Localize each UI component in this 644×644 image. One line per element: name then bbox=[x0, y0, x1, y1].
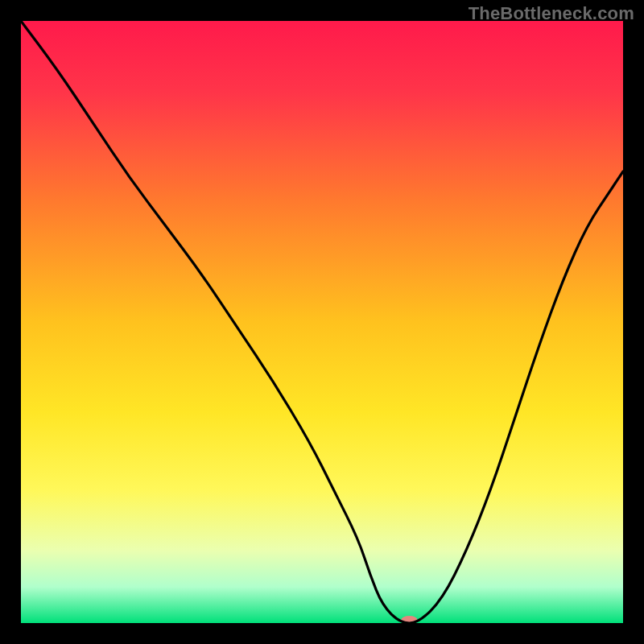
plot-area bbox=[21, 21, 623, 623]
watermark-text: TheBottleneck.com bbox=[469, 3, 634, 24]
chart-frame: TheBottleneck.com bbox=[0, 0, 644, 644]
chart-svg bbox=[21, 21, 623, 623]
gradient-background bbox=[21, 21, 623, 623]
